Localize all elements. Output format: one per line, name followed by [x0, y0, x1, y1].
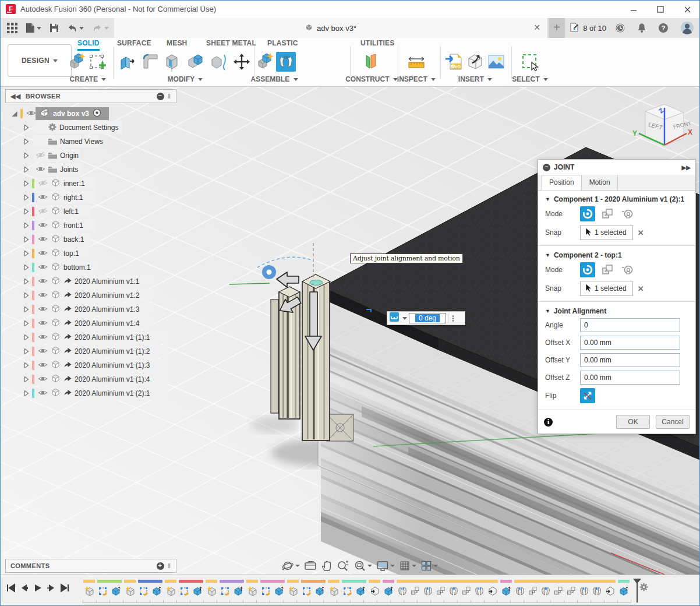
- browser-item[interactable]: bottom:1: [5, 260, 176, 274]
- visibility-eye-icon[interactable]: [38, 193, 48, 203]
- mode-between-icon[interactable]: [600, 206, 615, 221]
- ribbon-tab-sheet-metal[interactable]: SHEET METAL: [206, 39, 256, 51]
- timeline-joint-feature[interactable]: [422, 584, 434, 597]
- insert-mesh-icon[interactable]: [465, 52, 485, 72]
- joint-dialog-header[interactable]: − JOINT ▶▶: [538, 160, 695, 175]
- browser-item[interactable]: 2020 Aluminium v1 (1):2: [5, 344, 176, 358]
- clock-icon[interactable]: [612, 20, 628, 36]
- visibility-eye-icon[interactable]: [38, 389, 48, 399]
- app-launcher-icon[interactable]: [4, 20, 20, 36]
- timeline-extrude-feature[interactable]: [191, 584, 204, 597]
- activate-component-icon[interactable]: [93, 108, 101, 119]
- timeline-sketch-feature[interactable]: [178, 584, 191, 597]
- fillet-icon[interactable]: [141, 52, 161, 72]
- timeline-sketch-feature[interactable]: [137, 584, 150, 597]
- browser-item[interactable]: front:1: [5, 219, 176, 232]
- timeline-sketch-feature[interactable]: [97, 584, 109, 597]
- visibility-eye-icon[interactable]: [38, 235, 48, 245]
- comments-header[interactable]: COMMENTS +‖: [5, 559, 176, 573]
- new-tab-button[interactable]: +: [549, 18, 565, 38]
- ok-button[interactable]: OK: [616, 415, 650, 429]
- move-icon[interactable]: [232, 52, 252, 72]
- timeline-sketch-feature[interactable]: [260, 584, 273, 597]
- orbit-icon[interactable]: [281, 560, 300, 572]
- browser-item[interactable]: 2020 Aluminium v1 (1):1: [5, 330, 176, 344]
- browser-item[interactable]: Document Settings: [5, 121, 176, 135]
- file-menu-icon[interactable]: [23, 20, 44, 36]
- press-pull-icon[interactable]: [118, 52, 138, 72]
- timeline-component-feature[interactable]: [123, 584, 136, 597]
- construct-plane-icon[interactable]: [362, 52, 381, 72]
- component2-section-header[interactable]: ▼Component 2 - top:1: [538, 247, 695, 260]
- ribbon-group-select[interactable]: SELECT: [502, 75, 558, 83]
- angle-popup-menu-icon[interactable]: •••: [450, 315, 456, 322]
- help-icon[interactable]: ?: [655, 20, 671, 36]
- timeline-skip-end-button[interactable]: [60, 583, 69, 595]
- cancel-button[interactable]: Cancel: [656, 415, 690, 429]
- angle-input[interactable]: 0: [580, 318, 680, 332]
- visibility-eye-icon[interactable]: [38, 319, 48, 329]
- visibility-eye-icon[interactable]: [38, 263, 48, 273]
- select-icon[interactable]: [520, 52, 540, 72]
- visibility-eye-icon[interactable]: [26, 109, 36, 119]
- timeline-position-feature[interactable]: [552, 584, 565, 597]
- timeline-insert-feature[interactable]: [368, 584, 381, 597]
- joint-tab-motion[interactable]: Motion: [582, 175, 618, 191]
- split-body-icon[interactable]: [209, 52, 229, 72]
- mode-simple-icon[interactable]: [580, 262, 595, 277]
- timeline-sketch-feature[interactable]: [300, 584, 313, 597]
- browser-item[interactable]: right:1: [5, 191, 176, 205]
- grid-settings-icon[interactable]: [399, 560, 416, 572]
- browser-item[interactable]: 2020 Aluminium v1:2: [5, 288, 176, 302]
- browser-item[interactable]: inner:1: [5, 177, 176, 191]
- timeline-extrude-feature[interactable]: [354, 584, 367, 597]
- dialog-dock-icon[interactable]: ▶▶: [682, 164, 691, 171]
- ribbon-group-create[interactable]: CREATE: [60, 75, 116, 83]
- timeline-insert-feature[interactable]: [486, 584, 499, 597]
- timeline-extrude-feature[interactable]: [382, 584, 395, 597]
- timeline-sketch-feature[interactable]: [341, 584, 354, 597]
- create-sketch-icon[interactable]: [88, 52, 108, 72]
- visibility-eye-icon[interactable]: [38, 179, 48, 189]
- visibility-eye-icon[interactable]: [38, 347, 48, 357]
- timeline-joint-feature[interactable]: [396, 584, 409, 597]
- timeline-extrude-feature[interactable]: [273, 584, 285, 597]
- angle-mode-icon[interactable]: [390, 312, 399, 324]
- browser-item[interactable]: Origin: [5, 149, 176, 163]
- timeline-position-feature[interactable]: [409, 584, 422, 597]
- visibility-eye-icon[interactable]: [38, 361, 48, 371]
- browser-item[interactable]: 2020 Aluminium v1:4: [5, 316, 176, 330]
- timeline-component-feature[interactable]: [327, 584, 340, 597]
- browser-item[interactable]: top:1: [5, 246, 176, 260]
- joint-collapse-icon[interactable]: −: [543, 164, 550, 171]
- visibility-eye-icon[interactable]: [36, 151, 45, 161]
- browser-item[interactable]: 2020 Aluminium v1 (1):3: [5, 358, 176, 372]
- timeline-extrude-feature[interactable]: [500, 584, 512, 597]
- timeline-component-feature[interactable]: [287, 584, 299, 597]
- timeline-step-back-button[interactable]: [20, 583, 29, 595]
- joint-active-icon[interactable]: [276, 52, 296, 72]
- flip-button[interactable]: [580, 388, 595, 403]
- display-settings-icon[interactable]: [376, 560, 395, 572]
- redo-icon[interactable]: [89, 20, 112, 36]
- panel-grip[interactable]: ‖: [168, 93, 171, 100]
- visibility-eye-icon[interactable]: [38, 375, 48, 385]
- angle-mode-caret[interactable]: [402, 317, 407, 320]
- timeline-joint-feature[interactable]: [539, 584, 552, 597]
- timeline-gear-icon[interactable]: [639, 582, 649, 594]
- timeline-joint-feature[interactable]: [591, 584, 603, 597]
- viewports-icon[interactable]: [420, 560, 438, 572]
- joint-alignment-section-header[interactable]: ▼Joint Alignment: [538, 303, 695, 316]
- clear-selection-icon[interactable]: ✕: [638, 284, 644, 293]
- timeline-position-feature[interactable]: [434, 584, 447, 597]
- new-component-icon[interactable]: [67, 52, 87, 72]
- visibility-eye-icon[interactable]: [38, 221, 48, 231]
- timeline-component-feature[interactable]: [246, 584, 259, 597]
- joint-tab-position[interactable]: Position: [542, 175, 582, 191]
- maximize-button[interactable]: [647, 1, 674, 18]
- timeline-extrude-feature[interactable]: [617, 584, 630, 597]
- ribbon-group-modify[interactable]: MODIFY: [157, 75, 213, 83]
- notifications-bell-icon[interactable]: [634, 20, 649, 36]
- browser-item[interactable]: 2020 Aluminium v1 (2):1: [5, 386, 176, 400]
- new-component-icon[interactable]: [255, 52, 275, 72]
